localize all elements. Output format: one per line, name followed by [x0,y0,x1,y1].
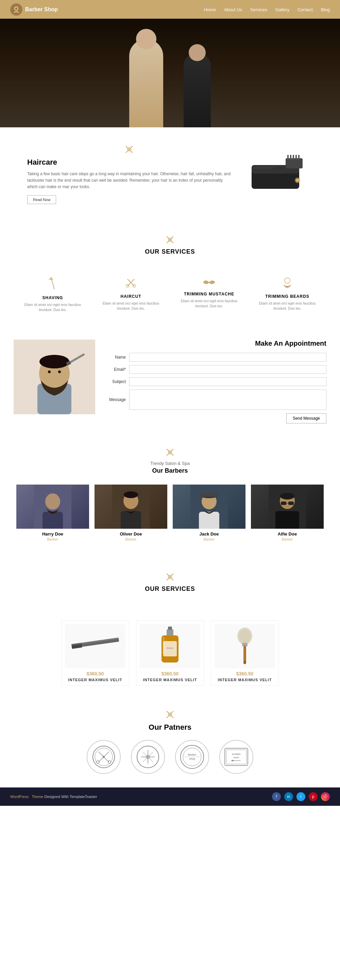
barbers-title: Our Barbers [21,467,319,474]
haircare-deco-icon [27,144,231,156]
product-price-2: $360.50 [140,671,200,676]
svg-text:shop: shop [189,757,195,760]
name-input[interactable] [129,353,326,362]
svg-point-29 [58,371,61,373]
barber-name-3: Jack Doe [173,531,246,536]
product-price-1: $360.50 [65,671,126,676]
haircare-image [245,148,313,200]
product-name-3: INTEGER MAXIMUS VELIT [214,678,275,682]
svg-point-27 [40,355,69,368]
svg-rect-40 [121,511,141,529]
svg-rect-10 [295,155,297,160]
partners-section: Our Patners [0,696,340,788]
twitter-icon[interactable]: t [297,792,305,801]
barber-name-4: Alfie Doe [251,531,324,536]
theme-link[interactable]: Theme [32,795,43,799]
bottle-image: Brand [140,624,200,668]
svg-rect-65 [163,637,164,654]
svg-point-67 [239,629,251,643]
services2-deco-icon [21,572,319,584]
svg-rect-97 [231,760,234,761]
svg-rect-9 [293,155,294,160]
haircut-text: Etiam sit amet orci eget eros faucibus t… [97,301,165,311]
wordpress-link[interactable]: WordPress [10,795,29,799]
svg-text:BARBER: BARBER [232,753,241,755]
svg-rect-60 [167,629,173,636]
shaving-text: Etiam sit amet orci eget eros faucibus t… [19,302,87,312]
svg-point-80 [103,756,105,758]
haircare-title: Haircare [27,158,231,167]
svg-point-28 [48,371,51,373]
services-deco-icon [21,235,319,247]
partner-logo-4: BARBER SHOP [219,740,253,774]
nav-about[interactable]: About Us [224,7,242,12]
pinterest-icon[interactable]: p [309,792,318,801]
svg-rect-49 [275,511,299,529]
services2-section-header: OUR SERVICES [0,555,340,603]
nav-home[interactable]: Home [204,7,216,12]
svg-rect-8 [290,155,291,160]
haircut-icon [97,277,165,291]
beard-icon [253,277,321,291]
service-card-haircut: HAIRCUT Etiam sit amet orci eget eros fa… [92,273,170,316]
service-card-shaving: SHAVING Etiam sit amet orci eget eros fa… [14,273,92,316]
send-message-button[interactable]: Send Message [286,413,326,423]
svg-rect-44 [199,512,219,529]
partner-logo-2 [131,740,165,774]
svg-point-14 [296,178,299,182]
product-name-1: INTEGER MAXIMUS VELIT [65,678,126,682]
email-input[interactable] [129,365,326,374]
barbers-subtitle: Trendy Salon & Spa [21,461,319,466]
message-label: Message [105,397,126,402]
nav-blog[interactable]: Blog [321,7,330,12]
facebook-icon[interactable]: f [272,792,281,801]
beard-text: Etiam sit amet orci eget eros faucibus t… [253,301,321,311]
navbar: Barber Shop Home About Us Services Galle… [0,0,340,19]
barber-name-2: Oliver Doe [94,531,167,536]
razor-image [65,624,126,668]
barber-role-3: Barber [173,537,246,541]
nav-gallery[interactable]: Gallery [275,7,289,12]
svg-rect-50 [281,501,286,505]
barber-card-3: Jack Doe Barber [170,485,248,541]
services-title-1: OUR SERVICES [21,248,319,255]
social-icons: f in t p ⓓ [272,792,330,801]
barber-photo-2 [94,485,167,529]
appointment-image [14,340,95,414]
barber-photo-3 [173,485,246,529]
beard-title: TRIMMING BEARDS [253,294,321,299]
mustache-title: TRIMMING MUSTACHE [175,292,243,296]
linkedin-icon[interactable]: in [284,792,293,801]
read-more-button[interactable]: Read Now [27,195,56,204]
nav-contact[interactable]: Contact [297,7,313,12]
svg-rect-46 [201,493,218,497]
svg-rect-37 [43,512,63,529]
svg-rect-69 [243,646,246,662]
form-row-message: Message [105,390,326,410]
logo: Barber Shop [10,3,204,16]
nav-services[interactable]: Services [250,7,267,12]
shaving-icon [19,277,87,293]
product-name-2: INTEGER MAXIMUS VELIT [140,678,200,682]
message-textarea[interactable] [129,390,326,410]
svg-rect-11 [298,155,300,160]
haircut-title: HAIRCUT [97,294,165,299]
service-card-beard: TRIMMING BEARDS Etiam sit amet orci eget… [248,273,326,316]
service-card-mustache: TRIMMING MUSTACHE Etiam sit amet orci eg… [170,273,248,316]
product-price-3: $360.50 [214,671,275,676]
appointment-title: Make An Appointment [105,340,326,347]
nav-links: Home About Us Services Gallery Contact B… [204,6,330,13]
product-card-bottle: Brand $360.50 INTEGER MAXIMUS VELIT [136,620,204,686]
svg-text:Barber: Barber [188,753,196,756]
name-label: Name [105,355,126,360]
footer-text: WordPress Theme Designed With TemplateTo… [10,795,97,799]
brush-image [214,624,275,668]
svg-text:Brand: Brand [167,647,173,649]
product-card-razor: $360.50 INTEGER MAXIMUS VELIT [61,620,129,686]
svg-text:SHOP: SHOP [233,757,239,759]
subject-input[interactable] [129,377,326,386]
barber-role-2: Barber [94,537,167,541]
footer: WordPress Theme Designed With TemplateTo… [0,788,340,806]
email-label: Email* [105,367,126,372]
instagram-icon[interactable]: ⓓ [321,792,330,801]
